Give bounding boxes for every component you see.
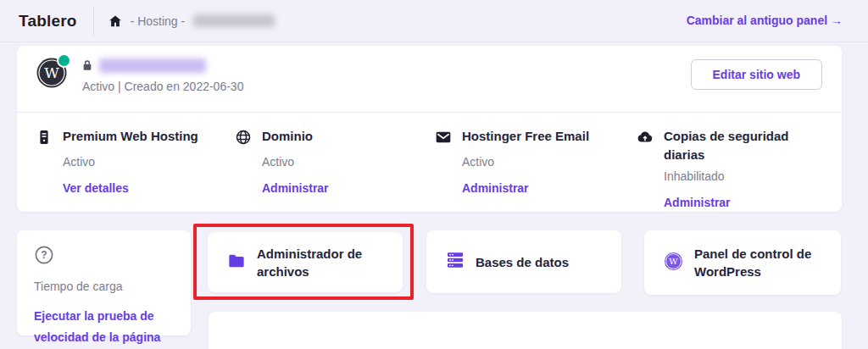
server-icon bbox=[36, 127, 53, 150]
database-icon bbox=[446, 252, 465, 272]
svg-text:?: ? bbox=[41, 249, 47, 261]
top-bar: Tablero - Hosting - Cambiar al antiguo p… bbox=[0, 0, 868, 42]
breadcrumb-segment: - Hosting - bbox=[131, 14, 186, 28]
service-details-link[interactable]: Ver detalles bbox=[63, 181, 222, 195]
breadcrumb: - Hosting - bbox=[108, 14, 275, 29]
wordpress-panel-label: Panel de control de WordPress bbox=[694, 245, 830, 280]
folder-icon bbox=[227, 252, 246, 273]
file-manager-card[interactable]: Administrador de archivos bbox=[208, 232, 403, 292]
site-status-line: Activo | Creado en 2022-06-30 bbox=[82, 80, 243, 93]
service-manage-link[interactable]: Administrar bbox=[262, 181, 404, 195]
file-manager-label: Administrador de archivos bbox=[257, 245, 384, 280]
run-speed-test-link[interactable]: Ejecutar la prueba de velocidad de la pá… bbox=[34, 306, 175, 347]
edit-website-button[interactable]: Editar sitio web bbox=[691, 59, 822, 90]
service-title: Copias de seguridad diarias bbox=[664, 127, 799, 164]
service-premium-hosting: Premium Web Hosting Activo Ver detalles bbox=[36, 127, 222, 195]
blurred-domain-breadcrumb bbox=[193, 14, 275, 27]
service-free-email: Hostinger Free Email Activo Administrar bbox=[435, 127, 621, 195]
service-daily-backups: Copias de seguridad diarias Inhabilitado… bbox=[637, 127, 806, 209]
globe-icon bbox=[235, 127, 252, 150]
site-active-dot bbox=[57, 53, 71, 68]
service-domain: Dominio Activo Administrar bbox=[235, 127, 404, 195]
site-header: W Activo | Creado en 2022-06-30 Editar s… bbox=[17, 46, 842, 112]
home-icon[interactable] bbox=[108, 14, 123, 29]
switch-old-panel-link[interactable]: Cambiar al antiguo panel → bbox=[687, 0, 843, 42]
page-title: Tablero bbox=[19, 12, 77, 30]
service-status: Inhabilitado bbox=[664, 169, 806, 184]
wordpress-icon: W bbox=[664, 252, 683, 274]
service-title: Premium Web Hosting bbox=[63, 127, 198, 146]
service-title: Dominio bbox=[262, 127, 313, 146]
svg-text:W: W bbox=[44, 64, 59, 81]
blurred-domain-name bbox=[99, 58, 206, 73]
title-divider bbox=[93, 7, 94, 36]
service-manage-link[interactable]: Administrar bbox=[664, 196, 806, 209]
lock-icon bbox=[81, 58, 94, 75]
mail-icon bbox=[435, 127, 452, 150]
load-time-card: ? Tiempo de carga Ejecutar la prueba de … bbox=[17, 230, 191, 335]
service-status: Activo bbox=[462, 155, 621, 169]
content-panel-partial bbox=[209, 312, 842, 349]
services-row: Premium Web Hosting Activo Ver detalles … bbox=[17, 112, 842, 212]
service-status: Activo bbox=[63, 155, 222, 169]
question-circle-icon: ? bbox=[34, 253, 54, 268]
databases-card[interactable]: Bases de datos bbox=[426, 230, 621, 293]
wordpress-panel-card[interactable]: W Panel de control de WordPress bbox=[644, 230, 841, 295]
service-status: Activo bbox=[262, 155, 404, 169]
databases-label: Bases de datos bbox=[476, 253, 569, 271]
site-overview-panel: W Activo | Creado en 2022-06-30 Editar s… bbox=[17, 46, 842, 212]
service-manage-link[interactable]: Administrar bbox=[462, 181, 621, 195]
service-title: Hostinger Free Email bbox=[462, 127, 589, 146]
load-time-label: Tiempo de carga bbox=[34, 280, 175, 293]
svg-text:W: W bbox=[669, 257, 678, 266]
cloud-backup-icon bbox=[637, 127, 654, 150]
